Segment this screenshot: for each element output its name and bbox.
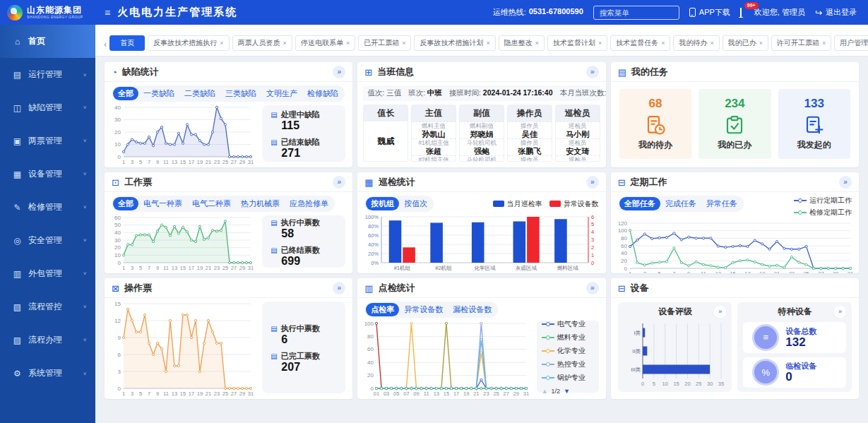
tab[interactable]: 停送电联系单× <box>295 35 355 51</box>
filter-maintenance-defect[interactable]: 检修缺陷 <box>302 87 343 100</box>
filter-missed-devices[interactable]: 漏检设备数 <box>448 303 497 316</box>
filter-abnormal-devices[interactable]: 异常设备数 <box>399 303 448 316</box>
close-icon[interactable]: × <box>346 40 350 47</box>
legend-item[interactable]: 电气专业 <box>542 319 594 329</box>
svg-text:27: 27 <box>504 391 509 397</box>
svg-text:0: 0 <box>118 260 121 266</box>
legend-item[interactable]: 当月巡检率 <box>493 199 542 209</box>
tab[interactable]: 技术监督任务× <box>610 35 670 51</box>
more-button[interactable]: » <box>834 306 846 318</box>
app-download-button[interactable]: APP下载 <box>689 7 730 18</box>
legend-item[interactable]: 燃料专业 <box>542 333 594 342</box>
close-icon[interactable]: × <box>822 40 826 47</box>
legend-item[interactable]: 检修定期工作 <box>794 208 852 218</box>
filter-emergency-repair[interactable]: 应急抢修单 <box>285 197 333 210</box>
total-devices-row[interactable]: ≡ 设备总数 132 <box>743 322 846 353</box>
legend-page-up-icon[interactable]: ▲ <box>542 388 548 395</box>
tab[interactable]: 用户管理× <box>834 35 868 51</box>
toggle-by-shift[interactable]: 按值次 <box>399 197 432 210</box>
legend-item[interactable]: 热控专业 <box>542 359 594 369</box>
tab[interactable]: 技术监督计划× <box>547 35 607 51</box>
legend-page-down-icon[interactable]: ▼ <box>564 388 570 395</box>
more-button[interactable]: » <box>333 66 345 78</box>
toggle-by-unit[interactable]: 按机组 <box>366 197 399 210</box>
svg-text:3: 3 <box>131 265 133 271</box>
filter-check-rate[interactable]: 点检率 <box>366 303 399 316</box>
close-icon[interactable]: × <box>220 40 223 47</box>
close-icon[interactable]: × <box>486 40 489 47</box>
sidebar-item-defect-mgmt[interactable]: ◫ 缺陷管理 ∨ <box>0 91 95 124</box>
filter-class2[interactable]: 二类缺陷 <box>179 87 220 100</box>
tab[interactable]: 已开工票箱× <box>358 35 411 51</box>
close-icon[interactable]: × <box>710 40 713 47</box>
close-icon[interactable]: × <box>759 40 763 47</box>
tab[interactable]: 两票人员资质× <box>232 35 292 51</box>
tab[interactable]: 我的待办× <box>673 35 719 51</box>
legend-item[interactable]: 锅炉专业 <box>542 373 594 383</box>
user-menu[interactable]: 欢迎您, 管理员 <box>754 7 805 18</box>
sidebar-item-process-handling[interactable]: ▨ 流程办理 ∨ <box>0 323 95 357</box>
more-button[interactable]: » <box>586 176 599 189</box>
filter-class3[interactable]: 三类缺陷 <box>220 87 261 100</box>
notifications-button[interactable]: 99+ <box>740 8 742 17</box>
duty-col-deputy: 副值 燃料副值郑晓娟 斗轮机司机强鲍 斗轮机司机刘玉龙 <box>459 105 504 162</box>
tab[interactable]: 我的已办× <box>723 35 768 51</box>
my-done-card[interactable]: 234 我的已办 <box>698 89 771 159</box>
close-icon[interactable]: × <box>402 40 405 47</box>
tabs-scroll-left-icon[interactable]: ‹ <box>101 39 109 51</box>
filter-civilized-production[interactable]: 文明生产 <box>261 87 302 100</box>
filter-abnormal-tasks[interactable]: 异常任务 <box>701 197 742 210</box>
my-initiated-card[interactable]: 133 我发起的 <box>778 89 850 159</box>
svg-text:1: 1 <box>122 265 125 271</box>
filter-thermal-mechanical[interactable]: 热力机械票 <box>236 197 285 210</box>
sidebar-item-maintenance-mgmt[interactable]: ✎ 检修管理 ∨ <box>0 191 95 224</box>
svg-text:21: 21 <box>206 265 211 271</box>
sidebar-item-system-mgmt[interactable]: ⚙ 系统管理 ∨ <box>0 357 95 390</box>
sidebar-item-two-tickets-mgmt[interactable]: ▣ 两票管理 ∨ <box>0 124 95 157</box>
my-todo-card[interactable]: 68 我的待办 <box>619 89 691 159</box>
sidebar-item-process-control[interactable]: ▧ 流程管控 ∨ <box>0 290 95 323</box>
sidebar-item-home[interactable]: ⌂ 首页 <box>0 25 95 58</box>
sidebar-nav: ⌂ 首页 ▤ 运行管理 ∨ ◫ 缺陷管理 ∨ ▣ 两票管理 ∨ ▦ 设备管理 ∨… <box>0 25 95 423</box>
filter-completed-tasks[interactable]: 完成任务 <box>660 197 701 210</box>
menu-search-input[interactable] <box>593 6 679 20</box>
filter-all[interactable]: 全部 <box>113 87 138 100</box>
more-button[interactable]: » <box>586 66 599 78</box>
legend-item[interactable]: 化学专业 <box>542 346 594 356</box>
sidebar-item-equipment-mgmt[interactable]: ▦ 设备管理 ∨ <box>0 157 95 191</box>
close-icon[interactable]: × <box>598 40 602 47</box>
filter-class1[interactable]: 一类缺陷 <box>138 87 179 100</box>
legend-item[interactable]: 异常设备数 <box>549 199 599 209</box>
tab[interactable]: 隐患整改× <box>499 35 545 51</box>
sidebar-item-operation-mgmt[interactable]: ▤ 运行管理 ∨ <box>0 58 95 91</box>
sidebar-collapse-icon[interactable]: ≡ <box>105 7 110 18</box>
duty-cell: 操作员吴佳 <box>508 121 552 138</box>
svg-text:5: 5 <box>652 381 655 387</box>
logout-button[interactable]: ↪ 退出登录 <box>815 7 857 18</box>
svg-text:0: 0 <box>118 386 121 392</box>
svg-text:15: 15 <box>180 265 186 271</box>
filter-electrical-2[interactable]: 电气二种票 <box>187 197 236 210</box>
filter-electrical-1[interactable]: 电气一种票 <box>138 197 187 210</box>
close-icon[interactable]: × <box>661 40 665 47</box>
tab[interactable]: 反事故技术措施计划× <box>414 35 495 51</box>
close-icon[interactable]: × <box>535 40 539 47</box>
more-button[interactable]: » <box>333 176 345 189</box>
filter-all-tasks[interactable]: 全部任务 <box>619 197 660 210</box>
tab-home[interactable]: 首页 <box>109 35 145 51</box>
close-icon[interactable]: × <box>283 40 287 47</box>
more-button[interactable]: » <box>714 306 726 318</box>
panel-title: 当班信息 <box>377 66 414 78</box>
sidebar-item-safety-mgmt[interactable]: ◎ 安全管理 ∨ <box>0 224 95 257</box>
filter-all[interactable]: 全部 <box>113 197 138 210</box>
more-button[interactable]: » <box>839 176 852 189</box>
tab[interactable]: 反事故技术措施执行× <box>148 35 229 51</box>
sidebar-item-outsourcing-mgmt[interactable]: ▥ 外包管理 ∨ <box>0 257 95 290</box>
pending-inspection-row[interactable]: % 临检设备 0 <box>743 357 846 388</box>
svg-text:31: 31 <box>847 270 852 274</box>
more-button[interactable]: » <box>586 282 599 294</box>
legend-item[interactable]: 运行定期工作 <box>794 196 852 205</box>
more-button[interactable]: » <box>333 282 345 294</box>
panel-spot-check-stats: ▥ 点检统计 » 点检率 异常设备数 漏检设备数 020406080100010… <box>357 278 605 399</box>
tab[interactable]: 许可开工票箱× <box>771 35 831 51</box>
